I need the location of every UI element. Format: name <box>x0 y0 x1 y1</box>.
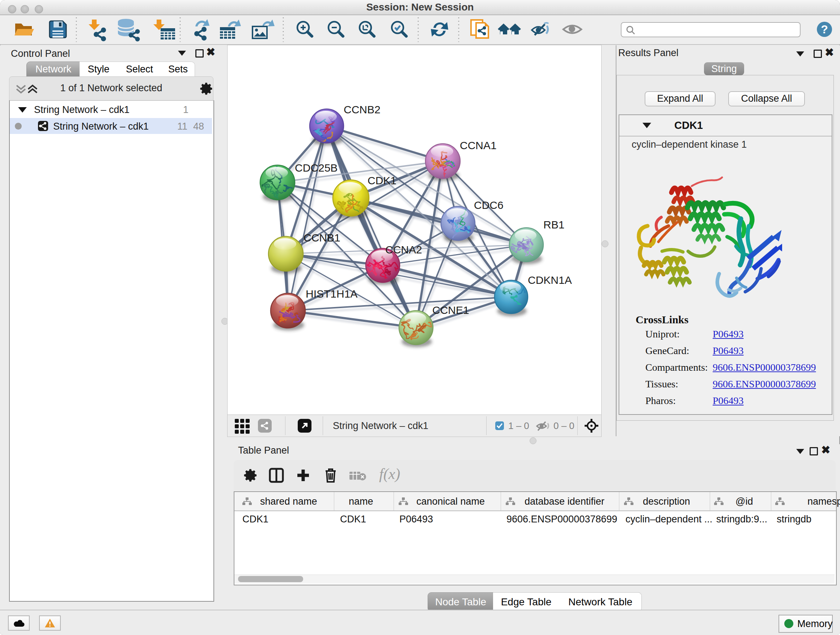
svg-text:CCNA1: CCNA1 <box>460 139 497 151</box>
svg-text:CDC25B: CDC25B <box>295 162 338 174</box>
svg-text:HIST1H1A: HIST1H1A <box>306 288 357 300</box>
svg-text:CDKN1A: CDKN1A <box>528 274 572 286</box>
svg-text:CDC6: CDC6 <box>474 199 504 211</box>
svg-text:CCNE1: CCNE1 <box>432 304 469 316</box>
svg-text:CCNB1: CCNB1 <box>303 232 340 244</box>
svg-text:CCNA2: CCNA2 <box>385 244 422 256</box>
svg-text:CCNB2: CCNB2 <box>344 103 381 116</box>
svg-text:CDK1: CDK1 <box>368 174 396 187</box>
svg-text:RB1: RB1 <box>543 219 564 231</box>
